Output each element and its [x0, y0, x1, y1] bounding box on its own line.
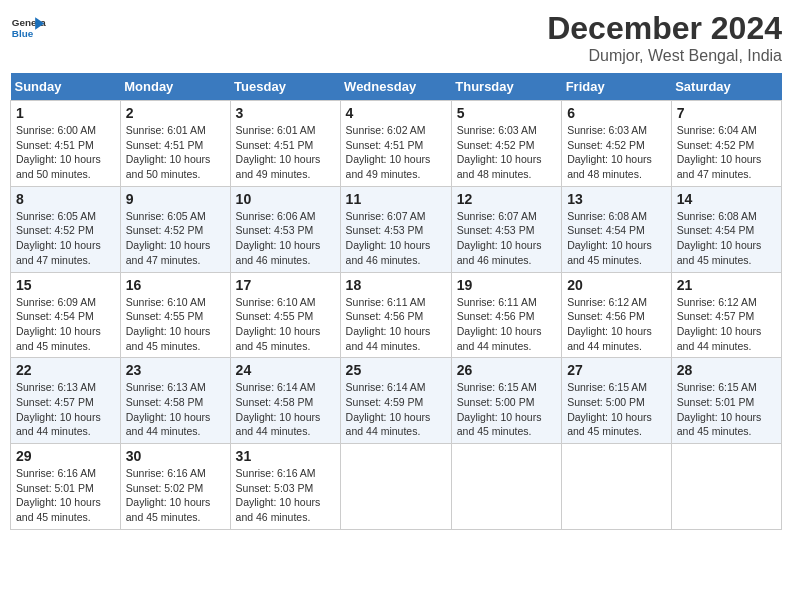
day-info: Sunrise: 6:15 AMSunset: 5:00 PMDaylight:…	[457, 381, 542, 437]
day-info: Sunrise: 6:03 AMSunset: 4:52 PMDaylight:…	[567, 124, 652, 180]
day-number: 24	[236, 362, 335, 378]
day-info: Sunrise: 6:00 AMSunset: 4:51 PMDaylight:…	[16, 124, 101, 180]
day-number: 18	[346, 277, 446, 293]
calendar-cell: 26 Sunrise: 6:15 AMSunset: 5:00 PMDaylig…	[451, 358, 561, 444]
header-tuesday: Tuesday	[230, 73, 340, 101]
calendar-cell: 29 Sunrise: 6:16 AMSunset: 5:01 PMDaylig…	[11, 444, 121, 530]
day-info: Sunrise: 6:09 AMSunset: 4:54 PMDaylight:…	[16, 296, 101, 352]
calendar-week-row: 22 Sunrise: 6:13 AMSunset: 4:57 PMDaylig…	[11, 358, 782, 444]
day-info: Sunrise: 6:16 AMSunset: 5:01 PMDaylight:…	[16, 467, 101, 523]
day-info: Sunrise: 6:08 AMSunset: 4:54 PMDaylight:…	[567, 210, 652, 266]
calendar-cell	[562, 444, 672, 530]
title-block: December 2024 Dumjor, West Bengal, India	[547, 10, 782, 65]
day-info: Sunrise: 6:07 AMSunset: 4:53 PMDaylight:…	[457, 210, 542, 266]
header-wednesday: Wednesday	[340, 73, 451, 101]
logo: General Blue	[10, 10, 46, 46]
day-number: 30	[126, 448, 225, 464]
calendar-cell: 20 Sunrise: 6:12 AMSunset: 4:56 PMDaylig…	[562, 272, 672, 358]
calendar-cell: 23 Sunrise: 6:13 AMSunset: 4:58 PMDaylig…	[120, 358, 230, 444]
day-number: 11	[346, 191, 446, 207]
day-number: 28	[677, 362, 776, 378]
calendar-cell: 16 Sunrise: 6:10 AMSunset: 4:55 PMDaylig…	[120, 272, 230, 358]
calendar-week-row: 15 Sunrise: 6:09 AMSunset: 4:54 PMDaylig…	[11, 272, 782, 358]
calendar-cell: 17 Sunrise: 6:10 AMSunset: 4:55 PMDaylig…	[230, 272, 340, 358]
day-number: 4	[346, 105, 446, 121]
page-subtitle: Dumjor, West Bengal, India	[547, 47, 782, 65]
day-info: Sunrise: 6:10 AMSunset: 4:55 PMDaylight:…	[236, 296, 321, 352]
day-info: Sunrise: 6:06 AMSunset: 4:53 PMDaylight:…	[236, 210, 321, 266]
calendar-cell: 6 Sunrise: 6:03 AMSunset: 4:52 PMDayligh…	[562, 101, 672, 187]
calendar-week-row: 1 Sunrise: 6:00 AMSunset: 4:51 PMDayligh…	[11, 101, 782, 187]
calendar-cell: 24 Sunrise: 6:14 AMSunset: 4:58 PMDaylig…	[230, 358, 340, 444]
header-thursday: Thursday	[451, 73, 561, 101]
day-info: Sunrise: 6:01 AMSunset: 4:51 PMDaylight:…	[236, 124, 321, 180]
day-number: 26	[457, 362, 556, 378]
day-number: 19	[457, 277, 556, 293]
day-info: Sunrise: 6:13 AMSunset: 4:57 PMDaylight:…	[16, 381, 101, 437]
day-number: 14	[677, 191, 776, 207]
day-info: Sunrise: 6:15 AMSunset: 5:00 PMDaylight:…	[567, 381, 652, 437]
day-number: 8	[16, 191, 115, 207]
day-number: 20	[567, 277, 666, 293]
calendar-cell: 11 Sunrise: 6:07 AMSunset: 4:53 PMDaylig…	[340, 186, 451, 272]
calendar-week-row: 8 Sunrise: 6:05 AMSunset: 4:52 PMDayligh…	[11, 186, 782, 272]
day-info: Sunrise: 6:10 AMSunset: 4:55 PMDaylight:…	[126, 296, 211, 352]
day-info: Sunrise: 6:15 AMSunset: 5:01 PMDaylight:…	[677, 381, 762, 437]
header-monday: Monday	[120, 73, 230, 101]
calendar-cell: 30 Sunrise: 6:16 AMSunset: 5:02 PMDaylig…	[120, 444, 230, 530]
svg-text:Blue: Blue	[12, 28, 34, 39]
calendar-cell: 18 Sunrise: 6:11 AMSunset: 4:56 PMDaylig…	[340, 272, 451, 358]
day-info: Sunrise: 6:05 AMSunset: 4:52 PMDaylight:…	[126, 210, 211, 266]
day-number: 7	[677, 105, 776, 121]
day-info: Sunrise: 6:02 AMSunset: 4:51 PMDaylight:…	[346, 124, 431, 180]
header-saturday: Saturday	[671, 73, 781, 101]
calendar-cell	[671, 444, 781, 530]
day-info: Sunrise: 6:14 AMSunset: 4:59 PMDaylight:…	[346, 381, 431, 437]
calendar-cell: 3 Sunrise: 6:01 AMSunset: 4:51 PMDayligh…	[230, 101, 340, 187]
calendar-week-row: 29 Sunrise: 6:16 AMSunset: 5:01 PMDaylig…	[11, 444, 782, 530]
day-info: Sunrise: 6:12 AMSunset: 4:57 PMDaylight:…	[677, 296, 762, 352]
calendar-header-row: SundayMondayTuesdayWednesdayThursdayFrid…	[11, 73, 782, 101]
calendar-cell: 27 Sunrise: 6:15 AMSunset: 5:00 PMDaylig…	[562, 358, 672, 444]
calendar-cell: 1 Sunrise: 6:00 AMSunset: 4:51 PMDayligh…	[11, 101, 121, 187]
day-info: Sunrise: 6:11 AMSunset: 4:56 PMDaylight:…	[457, 296, 542, 352]
day-number: 16	[126, 277, 225, 293]
day-info: Sunrise: 6:16 AMSunset: 5:02 PMDaylight:…	[126, 467, 211, 523]
day-number: 31	[236, 448, 335, 464]
calendar-cell: 22 Sunrise: 6:13 AMSunset: 4:57 PMDaylig…	[11, 358, 121, 444]
day-number: 3	[236, 105, 335, 121]
logo-icon: General Blue	[10, 10, 46, 46]
calendar-cell	[340, 444, 451, 530]
calendar-cell: 13 Sunrise: 6:08 AMSunset: 4:54 PMDaylig…	[562, 186, 672, 272]
calendar-cell: 8 Sunrise: 6:05 AMSunset: 4:52 PMDayligh…	[11, 186, 121, 272]
day-number: 22	[16, 362, 115, 378]
day-number: 15	[16, 277, 115, 293]
calendar-cell: 5 Sunrise: 6:03 AMSunset: 4:52 PMDayligh…	[451, 101, 561, 187]
calendar-cell: 21 Sunrise: 6:12 AMSunset: 4:57 PMDaylig…	[671, 272, 781, 358]
day-number: 10	[236, 191, 335, 207]
day-number: 13	[567, 191, 666, 207]
calendar-cell	[451, 444, 561, 530]
header-sunday: Sunday	[11, 73, 121, 101]
day-info: Sunrise: 6:14 AMSunset: 4:58 PMDaylight:…	[236, 381, 321, 437]
day-info: Sunrise: 6:01 AMSunset: 4:51 PMDaylight:…	[126, 124, 211, 180]
calendar-cell: 14 Sunrise: 6:08 AMSunset: 4:54 PMDaylig…	[671, 186, 781, 272]
day-info: Sunrise: 6:08 AMSunset: 4:54 PMDaylight:…	[677, 210, 762, 266]
day-info: Sunrise: 6:05 AMSunset: 4:52 PMDaylight:…	[16, 210, 101, 266]
day-info: Sunrise: 6:11 AMSunset: 4:56 PMDaylight:…	[346, 296, 431, 352]
calendar-cell: 7 Sunrise: 6:04 AMSunset: 4:52 PMDayligh…	[671, 101, 781, 187]
calendar-cell: 4 Sunrise: 6:02 AMSunset: 4:51 PMDayligh…	[340, 101, 451, 187]
calendar-cell: 2 Sunrise: 6:01 AMSunset: 4:51 PMDayligh…	[120, 101, 230, 187]
calendar-cell: 15 Sunrise: 6:09 AMSunset: 4:54 PMDaylig…	[11, 272, 121, 358]
day-number: 2	[126, 105, 225, 121]
day-number: 6	[567, 105, 666, 121]
day-info: Sunrise: 6:16 AMSunset: 5:03 PMDaylight:…	[236, 467, 321, 523]
day-number: 1	[16, 105, 115, 121]
page-header: General Blue December 2024 Dumjor, West …	[10, 10, 782, 65]
calendar-cell: 25 Sunrise: 6:14 AMSunset: 4:59 PMDaylig…	[340, 358, 451, 444]
calendar-cell: 28 Sunrise: 6:15 AMSunset: 5:01 PMDaylig…	[671, 358, 781, 444]
calendar-cell: 10 Sunrise: 6:06 AMSunset: 4:53 PMDaylig…	[230, 186, 340, 272]
day-number: 9	[126, 191, 225, 207]
header-friday: Friday	[562, 73, 672, 101]
day-number: 12	[457, 191, 556, 207]
